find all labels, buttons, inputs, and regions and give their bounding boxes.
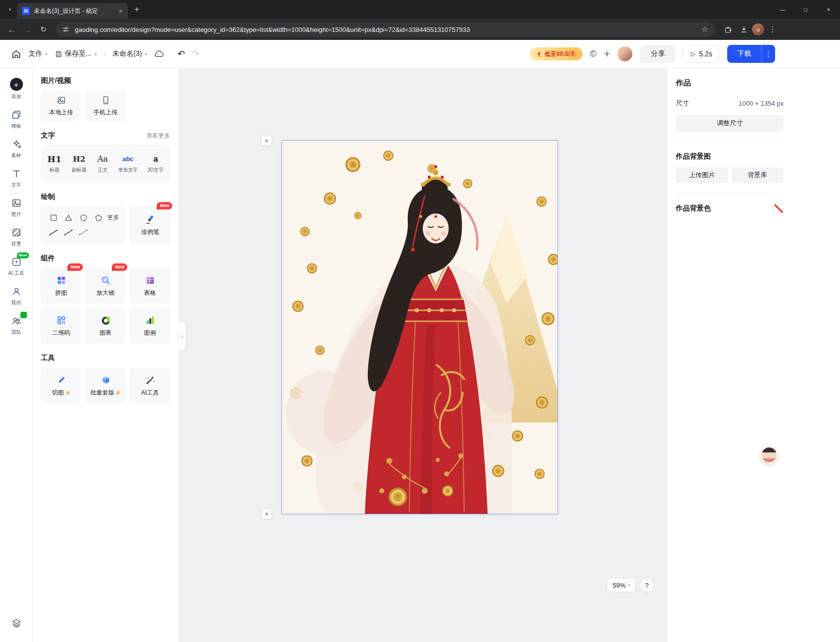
sidebar-item-mine[interactable]: 我的 [0,281,32,311]
window-controls: — □ × [771,0,840,19]
text-style-3d[interactable]: a 3D文字 [147,154,164,174]
component-collage[interactable]: New 拼图 [41,268,81,304]
media-section-title: 图片/视频 [41,76,71,85]
file-menu[interactable]: 文件 ▾ [28,49,47,58]
batch-template-icon [100,375,111,386]
new-badge: New [17,252,29,258]
text-style-heading1[interactable]: H1 标题 [47,154,61,174]
text-style-row: H1 标题 H2 副标题 Aa 正文 abc 变形文字 a 3D文字 [41,145,170,183]
help-button[interactable]: ? [640,578,654,592]
phone-upload-button[interactable]: 手机上传 [85,90,126,121]
site-settings-icon[interactable] [62,25,70,33]
add-page-button-top[interactable]: + [261,135,272,146]
download-button[interactable]: 下载 [727,45,761,63]
extensions-icon[interactable] [720,22,735,37]
layers-button[interactable] [0,613,32,633]
add-member-icon[interactable]: + [604,48,610,60]
more-shapes-link[interactable]: 更多 [107,214,119,222]
component-qrcode[interactable]: 二维码 [41,308,81,344]
address-bar[interactable]: gaoding.com/editor/design?mode=user&cate… [56,22,715,37]
tab-close-icon[interactable]: × [119,7,123,15]
undo-button[interactable]: ↶ [177,48,185,59]
promo-badge[interactable]: 低至¥0.5/天 [530,47,582,60]
new-tab-button[interactable]: + [130,2,144,16]
sidebar-item-ai-tools[interactable]: New AI 工具 [0,252,32,281]
panel-collapse-handle[interactable]: ‹ [179,322,186,351]
sidebar-item-add[interactable]: + 添加 [0,73,32,105]
triangle-shape-tool[interactable] [64,214,73,222]
bookmark-star-icon[interactable]: ☆ [697,22,712,37]
copyright-icon[interactable]: © [590,49,596,59]
downloads-icon[interactable] [736,22,751,37]
component-chart[interactable]: 图表 [85,308,126,344]
forward-button[interactable]: → [20,22,35,37]
text-style-body[interactable]: Aa 正文 [97,154,108,174]
draw-section-title: 绘制 [41,193,55,202]
component-magnifier[interactable]: New 放大镜 [85,268,126,304]
tool-ai[interactable]: AI工具 [130,368,170,404]
resize-button[interactable]: 调整尺寸 [676,115,784,132]
save-icon [54,50,63,58]
sidebar-item-text[interactable]: 文字 [0,164,32,193]
upload-background-button[interactable]: 上传图片 [676,167,728,183]
assets-icon [11,139,22,150]
share-button[interactable]: 分享 [640,45,676,63]
add-page-button-bottom[interactable]: + [261,508,272,519]
local-upload-button[interactable]: 本地上传 [41,90,81,121]
save-to-menu[interactable]: 保存至... ▾ [54,49,97,58]
canvas-artboard[interactable] [282,141,558,514]
canvas-area[interactable]: ‹ + [179,68,667,642]
see-more-link[interactable]: 查看更多 [146,132,170,140]
cloud-sync-icon[interactable] [154,49,164,59]
tool-batch-template[interactable]: 批量套版♛ [85,368,126,404]
sidebar-item-images[interactable]: 图片 [0,193,32,222]
component-legend[interactable]: 图例 [130,308,170,344]
maximize-button[interactable]: □ [794,0,817,19]
close-button[interactable]: × [817,0,840,19]
background-library-button[interactable]: 背景库 [731,167,784,183]
tool-crop[interactable]: 切图♛ [41,368,81,404]
text-style-warp[interactable]: abc 变形文字 [118,154,138,174]
tab-search-button[interactable]: ▾ [3,2,17,16]
sidebar-item-templates[interactable]: 模板 [0,105,32,134]
tab-strip: ▾ 稿 未命名(3)_设计页 - 稿定 × + — □ × [0,0,840,19]
back-button[interactable]: ← [4,22,19,37]
text-style-heading2[interactable]: H2 副标题 [72,154,87,174]
document-name: 未命名(3) [112,49,142,58]
collage-icon [56,275,67,286]
component-table[interactable]: 表格 [130,268,170,304]
assistant-avatar[interactable] [761,446,778,463]
download-more-button[interactable]: ⋮ [761,45,775,63]
circle-shape-tool[interactable] [79,214,88,222]
promo-label: 低至¥0.5/天 [545,50,576,58]
doodle-pen-button[interactable]: New 涂鸦笔 [130,207,171,244]
sidebar-item-background[interactable]: 背景 [0,222,32,252]
dashed-line-tool[interactable] [64,229,73,235]
left-nav-rail: + 添加 模板 素材 文字 图片 背景 [0,68,33,642]
reload-button[interactable]: ↻ [36,22,51,37]
browser-tab[interactable]: 稿 未命名(3)_设计页 - 稿定 × [17,3,128,19]
preview-button[interactable]: ▷ 5.2s [683,45,720,63]
browser-profile-avatar[interactable]: u [752,23,764,35]
play-icon: ▷ [691,50,695,57]
duration-label: 5.2s [699,50,712,58]
download-split-button: 下载 ⋮ [727,45,775,63]
solid-line-tool[interactable] [49,229,58,235]
square-shape-tool[interactable] [49,214,58,222]
redo-button[interactable]: ↷ [192,48,200,59]
document-name-menu[interactable]: 未命名(3) ▾ [112,49,147,58]
zoom-value: 59% [612,582,625,589]
dotted-line-tool[interactable] [79,229,88,235]
zoom-control[interactable]: 59% ▾ [607,578,635,592]
sidebar-item-assets[interactable]: 素材 [0,134,32,164]
background-color-swatch[interactable] [774,204,784,214]
user-avatar[interactable] [617,46,632,61]
add-icon: + [10,78,23,91]
tools-section-title: 工具 [41,354,55,363]
browser-menu-icon[interactable]: ⋮ [765,22,780,37]
share-label: 分享 [651,49,665,58]
home-icon[interactable] [11,49,21,59]
minimize-button[interactable]: — [771,0,794,19]
pentagon-shape-tool[interactable] [94,214,103,222]
sidebar-item-team[interactable]: 团队 [0,311,32,340]
